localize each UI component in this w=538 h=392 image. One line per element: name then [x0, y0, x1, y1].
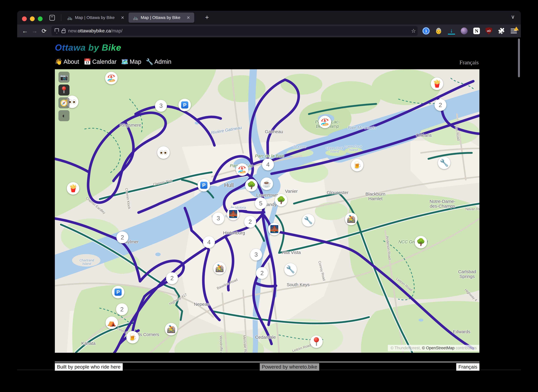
nav-item-label: About: [63, 58, 79, 65]
route-cluster-count[interactable]: 4: [262, 159, 274, 170]
parking-marker[interactable]: P: [178, 99, 191, 111]
bridge-marker[interactable]: 🌉: [268, 223, 281, 235]
tree-marker[interactable]: 🌳: [245, 179, 258, 191]
wrench-icon: 🔧: [304, 217, 313, 224]
fries-marker[interactable]: 🍟: [431, 77, 443, 90]
nav-item-admin[interactable]: 🔧Admin: [146, 58, 171, 65]
page-content: Ottawa by Bike 👋About📅Calendar🗺️Map🔧Admi…: [17, 37, 521, 382]
wrench-icon: 🔧: [286, 266, 295, 273]
mountain-biker-marker[interactable]: 🚵: [165, 323, 177, 336]
route-cluster-count[interactable]: 4: [203, 236, 215, 248]
fries-marker[interactable]: 🍟: [67, 182, 79, 195]
beach-marker[interactable]: 🏖️: [236, 163, 248, 176]
url-text[interactable]: new.ottawabybike.ca/map/: [68, 28, 123, 34]
navigation-toolbar: ← → ⟳ new.ottawabybike.ca/map/ ☆ 1 👵 ↓ N…: [17, 24, 521, 37]
tab-list: 🚲Map | Ottawa by Bike✕🚲Map | Ottawa by B…: [63, 13, 194, 23]
map-canvas[interactable]: KingsmereGatineauRivière GatineauÎle Ket…: [55, 69, 479, 353]
nav-item-label: Map: [130, 58, 141, 65]
route-cluster-count[interactable]: 2: [434, 99, 446, 111]
route-cluster-count[interactable]: 5: [255, 197, 267, 209]
beer-icon: 🍺: [353, 162, 362, 169]
new-tab-button[interactable]: +: [203, 13, 211, 22]
close-window-button[interactable]: [22, 16, 27, 21]
profile-avatar[interactable]: [461, 28, 468, 34]
ssl-lock-icon[interactable]: [62, 30, 66, 33]
persona-extension-icon[interactable]: 👵: [435, 27, 442, 34]
minimize-window-button[interactable]: [30, 16, 35, 21]
wrench-marker[interactable]: 🔧: [302, 214, 314, 227]
route-cluster-count[interactable]: 2: [166, 272, 178, 284]
wrench-marker[interactable]: 🔧: [438, 157, 450, 169]
nav-item-calendar[interactable]: 📅Calendar: [84, 58, 116, 65]
mountain-biker-marker[interactable]: 🚵: [213, 262, 226, 275]
toolbar-extensions: ☆ 1 👵 ↓ N uO 🧩: [410, 24, 517, 37]
beer-marker[interactable]: 🍺: [126, 331, 139, 344]
beach-marker[interactable]: 🏖️: [319, 116, 331, 128]
url-bar[interactable]: new.ottawabybike.ca/map/: [51, 26, 418, 36]
beer-marker[interactable]: 🍺: [351, 159, 363, 171]
language-toggle-bottom[interactable]: Français: [456, 363, 479, 371]
eyes-icon: [68, 99, 76, 104]
beach-marker[interactable]: 🏖️: [105, 72, 118, 84]
map-emoji-icon: 🗺️: [121, 58, 129, 65]
browser-tab[interactable]: 🚲Map | Ottawa by Bike✕: [63, 13, 129, 23]
downloads-icon[interactable]: ↓: [448, 27, 455, 34]
footer-tagline: Built by people who ride here: [55, 363, 123, 371]
bookmark-star-icon[interactable]: ☆: [410, 27, 417, 34]
bicycle-favicon-icon: 🚲: [133, 15, 138, 20]
mountain-biker-marker[interactable]: 🚵: [345, 213, 357, 225]
tree-marker[interactable]: 🌳: [414, 236, 427, 248]
nav-item-map[interactable]: 🗺️Map: [121, 58, 141, 65]
wrench-marker[interactable]: 🔧: [284, 263, 297, 276]
compass-icon: 🧭: [60, 99, 68, 107]
extensions-puzzle-icon[interactable]: 🧩: [498, 27, 505, 34]
notion-extension-icon[interactable]: N: [473, 28, 480, 34]
map-control-compass[interactable]: 🧭: [58, 97, 70, 108]
eyes-marker[interactable]: [157, 146, 170, 159]
route-cluster-count[interactable]: 3: [250, 249, 262, 261]
map-control-add-pin[interactable]: [58, 84, 70, 96]
route-cluster-count[interactable]: 3: [212, 212, 224, 224]
pushpin-marker[interactable]: [310, 336, 323, 348]
parking-marker[interactable]: P: [198, 179, 210, 191]
map-control-screenshot[interactable]: 📷: [58, 72, 70, 83]
eye-right: [164, 150, 167, 155]
beach-icon: 🏖️: [238, 166, 247, 173]
parking-icon: P: [181, 101, 188, 108]
coffee-marker[interactable]: ☕: [261, 177, 273, 190]
list-all-tabs-chevron-icon[interactable]: ∨: [511, 14, 515, 20]
route-cluster-count[interactable]: 2: [116, 303, 128, 315]
tent-marker[interactable]: ⛺: [105, 317, 118, 329]
tab-close-icon[interactable]: ✕: [120, 15, 124, 20]
nav-item-label: Admin: [154, 58, 171, 65]
onepassword-extension-icon[interactable]: 1: [423, 28, 429, 34]
scrollbar-thumb[interactable]: [518, 38, 520, 77]
forward-button[interactable]: →: [30, 28, 39, 34]
route-cluster-count[interactable]: 3: [155, 100, 167, 112]
beer-icon: 🍺: [128, 334, 137, 341]
parking-icon: P: [114, 289, 122, 296]
powered-by-link[interactable]: Powered by whereto.bike: [260, 363, 319, 371]
nav-item-about[interactable]: 👋About: [55, 58, 79, 65]
back-button[interactable]: ←: [20, 28, 30, 34]
route-cluster-count[interactable]: 2: [116, 231, 128, 243]
parking-marker[interactable]: P: [112, 286, 124, 299]
bridge-marker[interactable]: 🌉: [227, 208, 239, 220]
ublock-origin-icon[interactable]: uO: [486, 27, 492, 34]
tab-close-icon[interactable]: ✕: [186, 15, 190, 20]
map-control-contrast[interactable]: ◐: [58, 110, 70, 121]
language-toggle-top[interactable]: Français: [459, 59, 479, 66]
reload-button[interactable]: ⟳: [39, 28, 49, 34]
app-menu-hamburger-icon[interactable]: [511, 29, 517, 33]
contrast-icon: ◐: [62, 112, 66, 119]
browser-tab[interactable]: 🚲Map | Ottawa by Bike✕: [129, 13, 194, 23]
tree-marker[interactable]: 🌳: [275, 194, 287, 206]
beach-icon: 🏖️: [107, 75, 116, 82]
map-controls: 📷🧭◐: [58, 72, 70, 121]
tab-title: Map | Ottawa by Bike: [141, 15, 183, 20]
route-cluster-count[interactable]: 2: [244, 216, 256, 228]
maximize-window-button[interactable]: [38, 16, 43, 21]
route-cluster-count[interactable]: 2: [256, 267, 268, 279]
tracking-protection-shield-icon[interactable]: [55, 28, 59, 33]
firefox-view-icon[interactable]: [49, 15, 55, 21]
